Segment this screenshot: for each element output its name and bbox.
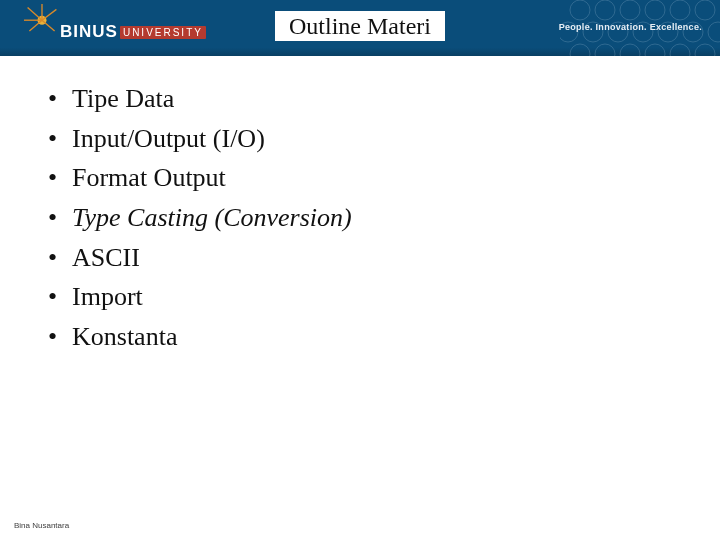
bullet-text: Konstanta bbox=[72, 322, 177, 351]
svg-point-18 bbox=[695, 44, 715, 56]
list-item: Type Casting (Conversion) bbox=[44, 199, 680, 237]
bullet-text: Tipe Data bbox=[72, 84, 174, 113]
svg-point-17 bbox=[670, 44, 690, 56]
list-item: Tipe Data bbox=[44, 80, 680, 118]
svg-point-16 bbox=[645, 44, 665, 56]
list-item: Import bbox=[44, 278, 680, 316]
svg-point-14 bbox=[595, 44, 615, 56]
bullet-list: Tipe Data Input/Output (I/O) Format Outp… bbox=[44, 80, 680, 356]
footer-text: Bina Nusantara bbox=[14, 521, 69, 530]
content-area: Tipe Data Input/Output (I/O) Format Outp… bbox=[44, 80, 680, 358]
bullet-text: Type Casting (Conversion) bbox=[72, 203, 352, 232]
list-item: Input/Output (I/O) bbox=[44, 120, 680, 158]
list-item: Konstanta bbox=[44, 318, 680, 356]
svg-point-13 bbox=[570, 44, 590, 56]
slide: BINUSUNIVERSITY People. Innovation. Exce… bbox=[0, 0, 720, 540]
slide-title: Outline Materi bbox=[275, 11, 445, 41]
list-item: ASCII bbox=[44, 239, 680, 277]
bullet-text: Import bbox=[72, 282, 143, 311]
bullet-text: Input/Output (I/O) bbox=[72, 124, 265, 153]
slide-title-wrap: Outline Materi bbox=[0, 11, 720, 41]
bullet-text: Format Output bbox=[72, 163, 226, 192]
svg-point-15 bbox=[620, 44, 640, 56]
list-item: Format Output bbox=[44, 159, 680, 197]
bullet-text: ASCII bbox=[72, 243, 140, 272]
